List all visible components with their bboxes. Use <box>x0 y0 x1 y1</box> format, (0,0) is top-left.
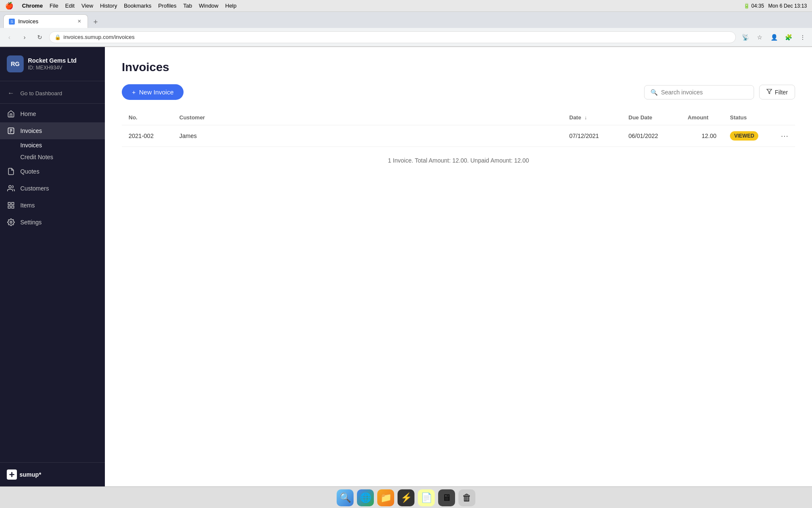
customers-icon <box>7 184 15 193</box>
row-menu-button[interactable]: ⋯ <box>781 132 788 140</box>
url-text: invoices.sumup.com/invoices <box>63 34 134 40</box>
plus-icon: + <box>132 88 136 96</box>
forward-button[interactable]: › <box>19 31 30 43</box>
sidebar-sub-item-credit-notes[interactable]: Credit Notes <box>20 151 105 163</box>
profiles-menu[interactable]: Profiles <box>158 3 176 9</box>
lock-icon: 🔒 <box>55 34 61 40</box>
toolbar-right: 🔍 Filter <box>644 85 795 99</box>
edit-menu[interactable]: Edit <box>65 3 74 9</box>
back-button[interactable]: ‹ <box>3 31 15 43</box>
filter-icon <box>766 88 772 96</box>
filter-button[interactable]: Filter <box>759 85 795 99</box>
brand-name: Rocket Gems Ltd <box>28 57 77 64</box>
sidebar-footer: sumup* <box>0 462 105 486</box>
profile-icon[interactable]: 👤 <box>768 31 780 43</box>
window-menu[interactable]: Window <box>199 3 218 9</box>
sidebar-item-items[interactable]: Items <box>0 197 105 214</box>
sidebar-item-dashboard[interactable]: ← Go to Dashboard <box>0 85 105 104</box>
back-arrow-icon: ← <box>7 89 15 97</box>
table-row[interactable]: 2021-002 James 07/12/2021 06/01/2022 12.… <box>122 125 795 147</box>
nav-right: 📡 ☆ 👤 🧩 ⋮ <box>739 31 809 43</box>
nav-bar: ‹ › ↻ 🔒 invoices.sumup.com/invoices 📡 ☆ … <box>0 28 812 47</box>
col-header-customer: Customer <box>173 110 562 125</box>
bookmarks-menu[interactable]: Bookmarks <box>124 3 151 9</box>
sidebar-item-settings[interactable]: Settings <box>0 214 105 231</box>
sidebar-item-label: Items <box>20 202 35 209</box>
invoice-amount: 12.00 <box>681 125 723 147</box>
sidebar-brand: RG Rocket Gems Ltd ID: MEXH934V <box>0 47 105 81</box>
new-tab-button[interactable]: + <box>90 16 102 28</box>
table-body: 2021-002 James 07/12/2021 06/01/2022 12.… <box>122 125 795 147</box>
settings-icon <box>7 218 15 226</box>
tab-menu[interactable]: Tab <box>183 3 192 9</box>
invoice-status: VIEWED <box>723 125 774 147</box>
apple-menu[interactable]: 🍎 <box>5 2 14 10</box>
sidebar-item-customers[interactable]: Customers <box>0 180 105 197</box>
status-badge: VIEWED <box>730 131 758 141</box>
sumup-logo-text: sumup* <box>19 471 41 478</box>
tab-close-button[interactable]: ✕ <box>76 18 82 25</box>
bookmark-icon[interactable]: ☆ <box>754 31 765 43</box>
reload-button[interactable]: ↻ <box>34 31 46 43</box>
items-icon <box>7 201 15 210</box>
sidebar-item-quotes[interactable]: Quotes <box>0 163 105 180</box>
main-content: Invoices + New Invoice 🔍 Filter <box>105 47 812 486</box>
sidebar-sub-item-invoices[interactable]: Invoices <box>20 139 105 151</box>
col-header-status: Status <box>723 110 774 125</box>
sidebar-item-label: Go to Dashboard <box>20 90 62 97</box>
search-box[interactable]: 🔍 <box>644 85 754 99</box>
sidebar-nav: ← Go to Dashboard Home <box>0 81 105 462</box>
dock-item-finder[interactable]: 🔍 <box>337 489 354 506</box>
menu-bar-right: 🔋 04:35 Mon 6 Dec 13:13 <box>743 3 807 9</box>
dock-item-notes[interactable]: 📄 <box>418 489 435 506</box>
sidebar-item-home[interactable]: Home <box>0 105 105 122</box>
dock-item-files[interactable]: 📁 <box>377 489 394 506</box>
browser-frame: S Invoices ✕ + ‹ › ↻ 🔒 invoices.sumup.co… <box>0 12 812 47</box>
sidebar-sub-invoices: Invoices Credit Notes <box>0 139 105 163</box>
sidebar-item-invoices[interactable]: Invoices <box>0 122 105 139</box>
svg-rect-11 <box>11 472 13 477</box>
sidebar-item-label: Settings <box>20 219 42 226</box>
svg-rect-6 <box>12 202 14 204</box>
search-input[interactable] <box>661 89 748 96</box>
invoices-icon <box>7 127 15 135</box>
dock-item-trash[interactable]: 🗑 <box>458 489 475 506</box>
cast-icon[interactable]: 📡 <box>739 31 751 43</box>
svg-rect-5 <box>8 202 10 204</box>
svg-point-4 <box>9 185 11 188</box>
dock-item-bettery[interactable]: ⚡ <box>398 489 414 506</box>
row-action-cell: ⋯ <box>774 125 795 147</box>
new-invoice-button[interactable]: + New Invoice <box>122 84 184 100</box>
col-header-due-date: Due Date <box>622 110 681 125</box>
col-header-date[interactable]: Date ↓ <box>562 110 622 125</box>
brand-info: Rocket Gems Ltd ID: MEXH934V <box>28 57 77 71</box>
search-icon: 🔍 <box>650 89 658 96</box>
address-bar[interactable]: 🔒 invoices.sumup.com/invoices <box>49 31 736 43</box>
app-container: RG Rocket Gems Ltd ID: MEXH934V ← Go to … <box>0 47 812 486</box>
view-menu[interactable]: View <box>81 3 93 9</box>
quotes-icon <box>7 167 15 176</box>
menu-bar: 🍎 Chrome File Edit View History Bookmark… <box>0 0 812 12</box>
invoice-customer: James <box>173 125 562 147</box>
active-tab[interactable]: S Invoices ✕ <box>3 14 88 28</box>
dock-item-chrome[interactable]: 🌐 <box>357 489 374 506</box>
more-menu-icon[interactable]: ⋮ <box>797 31 809 43</box>
dock-item-display[interactable]: 🖥 <box>438 489 455 506</box>
dock: 🔍 🌐 📁 ⚡ 📄 🖥 🗑 <box>0 486 812 508</box>
extensions-icon[interactable]: 🧩 <box>782 31 794 43</box>
page-title: Invoices <box>122 61 795 74</box>
invoice-table: No. Customer Date ↓ Due Date Amount <box>122 110 795 147</box>
file-menu[interactable]: File <box>49 3 58 9</box>
tab-title: Invoices <box>18 18 38 25</box>
chrome-menu[interactable]: Chrome <box>22 3 43 9</box>
home-icon <box>7 110 15 118</box>
sidebar-item-label: Invoices <box>20 127 42 134</box>
tab-bar: S Invoices ✕ + <box>0 12 812 28</box>
svg-marker-12 <box>767 89 772 94</box>
help-menu[interactable]: Help <box>225 3 237 9</box>
col-header-amount: Amount <box>681 110 723 125</box>
history-menu[interactable]: History <box>100 3 117 9</box>
clock: Mon 6 Dec 13:13 <box>768 3 807 9</box>
table-summary: 1 Invoice. Total Amount: 12.00. Unpaid A… <box>122 147 795 174</box>
table-header: No. Customer Date ↓ Due Date Amount <box>122 110 795 125</box>
